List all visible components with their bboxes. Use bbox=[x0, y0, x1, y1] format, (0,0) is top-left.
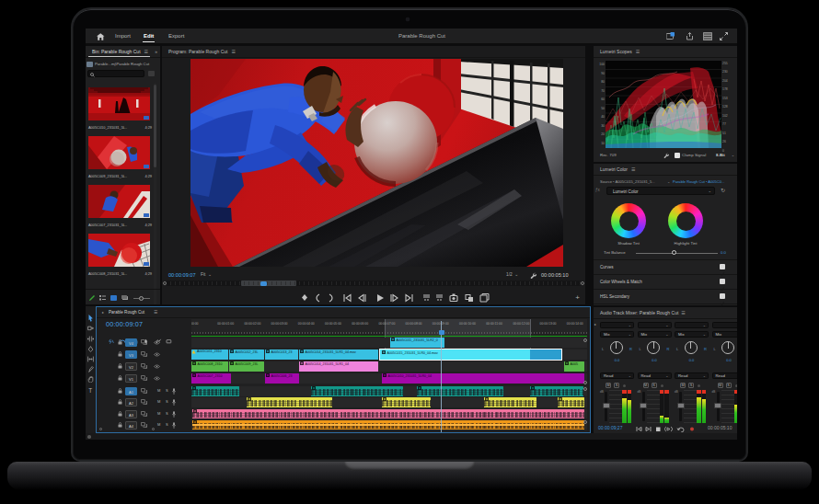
svg-text:T: T bbox=[88, 387, 92, 394]
